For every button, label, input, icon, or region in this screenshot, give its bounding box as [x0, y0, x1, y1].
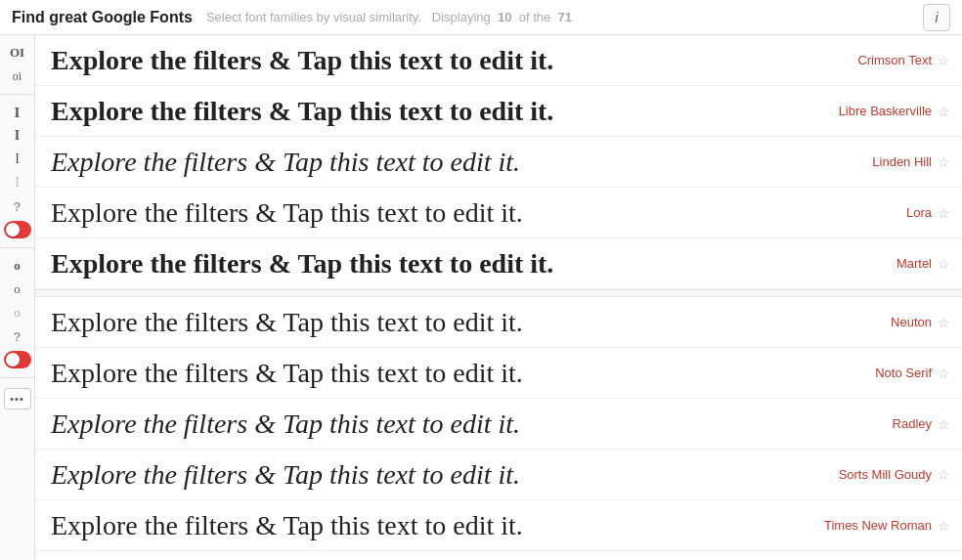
font-name-linden-hill: Linden Hill	[872, 154, 932, 169]
star-icon-linden-hill[interactable]: ☆	[938, 154, 950, 170]
star-icon-libre-baskerville[interactable]: ☆	[938, 104, 950, 119]
font-meta-lora: Lora☆	[786, 205, 962, 221]
font-name-sorts-mill-goudy: Sorts Mill Goudy	[839, 467, 932, 482]
table-row: Explore the filters & Tap this text to e…	[35, 188, 962, 238]
font-meta-radley: Radley☆	[786, 416, 962, 432]
star-icon-neuton[interactable]: ☆	[938, 315, 950, 330]
table-row: Explore the filters & Tap this text to e…	[35, 450, 962, 500]
font-name-times-new-roman: Times New Roman	[824, 518, 932, 533]
font-meta-times-new-roman: Times New Roman☆	[786, 518, 962, 534]
table-row: Explore the filters & Tap this text to e…	[35, 297, 962, 348]
star-icon-radley[interactable]: ☆	[938, 416, 950, 432]
font-name-martel: Martel	[896, 256, 932, 271]
font-sample-sorts-mill-goudy[interactable]: Explore the filters & Tap this text to e…	[35, 454, 786, 495]
font-sample-martel[interactable]: Explore the filters & Tap this text to e…	[35, 243, 786, 284]
table-row: Explore the filters & Tap this text to e…	[35, 86, 962, 137]
table-row: Explore the filters & Tap this text to e…	[35, 238, 962, 289]
font-sample-noto-serif[interactable]: Explore the filters & Tap this text to e…	[35, 353, 786, 394]
font-sample-times-new-roman[interactable]: Explore the filters & Tap this text to e…	[35, 505, 786, 546]
font-sample-linden-hill[interactable]: Explore the filters & Tap this text to e…	[35, 142, 786, 183]
font-sample-crimson-text[interactable]: Explore the filters & Tap this text to e…	[35, 40, 786, 81]
sidebar-item-serif-bold[interactable]: OI	[4, 41, 31, 65]
font-meta-libre-baskerville: Libre Baskerville☆	[786, 104, 962, 119]
star-icon-noto-serif[interactable]: ☆	[938, 366, 950, 381]
sidebar-item-thin2[interactable]: I	[4, 171, 31, 194]
table-row: Explore the filters & Tap this text to e…	[35, 399, 962, 450]
sidebar-item-bold1[interactable]: I	[4, 101, 31, 124]
font-sample-lora[interactable]: Explore the filters & Tap this text to e…	[35, 193, 786, 234]
font-meta-linden-hill: Linden Hill☆	[786, 154, 962, 170]
app-header: Find great Google Fonts Select font fami…	[0, 0, 962, 35]
font-name-libre-baskerville: Libre Baskerville	[839, 104, 932, 118]
sidebar-group-style: I I I I ?	[0, 101, 34, 248]
font-list: Explore the filters & Tap this text to e…	[35, 35, 962, 560]
star-icon-times-new-roman[interactable]: ☆	[938, 518, 950, 534]
star-icon-lora[interactable]: ☆	[938, 205, 950, 221]
sidebar-item-question2[interactable]: ?	[4, 324, 31, 348]
sidebar-item-bold2[interactable]: I	[4, 124, 31, 148]
sidebar-toggle2[interactable]	[4, 351, 31, 368]
more-button[interactable]: •••	[4, 388, 31, 409]
table-row: Explore the filters & Tap this text to e…	[35, 500, 962, 551]
font-meta-martel: Martel☆	[786, 256, 962, 272]
sidebar-group-round: o o o ?	[0, 254, 34, 378]
font-meta-sorts-mill-goudy: Sorts Mill Goudy☆	[786, 467, 962, 483]
table-row: Explore the filters & Tap this text to e…	[35, 137, 962, 188]
font-sample-libre-baskerville[interactable]: Explore the filters & Tap this text to e…	[35, 91, 786, 132]
info-button[interactable]: i	[923, 4, 950, 31]
sidebar-item-serif-reg[interactable]: oi	[4, 65, 31, 88]
group-divider	[35, 289, 962, 297]
font-meta-crimson-text: Crimson Text☆	[786, 53, 962, 68]
font-name-crimson-text: Crimson Text	[857, 53, 932, 67]
table-row: Explore the filters & Tap this text to e…	[35, 348, 962, 399]
font-meta-neuton: Neuton☆	[786, 315, 962, 330]
font-sample-radley[interactable]: Explore the filters & Tap this text to e…	[35, 404, 786, 445]
sidebar-item-circle-bold[interactable]: o	[4, 254, 31, 278]
app-subtitle: Select font families by visual similarit…	[206, 10, 923, 24]
star-icon-crimson-text[interactable]: ☆	[938, 53, 950, 68]
app-title: Find great Google Fonts	[12, 9, 193, 26]
sidebar-item-thin1[interactable]: I	[4, 148, 31, 171]
sidebar-item-circle-thin[interactable]: o	[4, 301, 31, 324]
main-layout: OI oi I I I I ? o o o ? ••• Explore the …	[0, 35, 962, 560]
sidebar-item-circle-reg[interactable]: o	[4, 278, 31, 301]
font-sample-neuton[interactable]: Explore the filters & Tap this text to e…	[35, 302, 786, 343]
font-name-noto-serif: Noto Serif	[875, 366, 932, 380]
star-icon-sorts-mill-goudy[interactable]: ☆	[938, 467, 950, 483]
table-row: Explore the filters & Tap this text to e…	[35, 35, 962, 86]
font-name-neuton: Neuton	[891, 315, 932, 329]
font-name-lora: Lora	[906, 205, 932, 220]
sidebar-toggle1[interactable]	[4, 221, 31, 238]
font-name-radley: Radley	[893, 416, 932, 431]
sidebar-group-serif: OI oi	[0, 41, 34, 95]
font-meta-noto-serif: Noto Serif☆	[786, 366, 962, 381]
star-icon-martel[interactable]: ☆	[938, 256, 950, 272]
sidebar-item-question1[interactable]: ?	[4, 194, 31, 218]
sidebar: OI oi I I I I ? o o o ? •••	[0, 35, 35, 560]
